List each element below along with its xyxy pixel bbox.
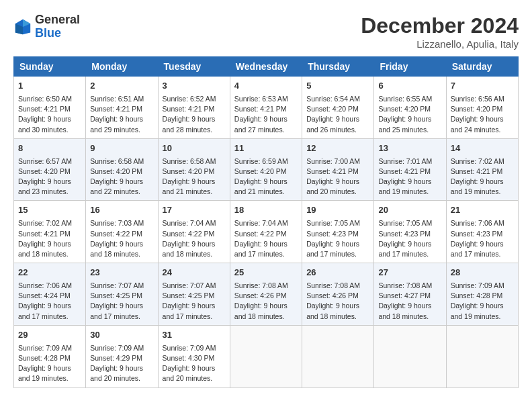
sunset-text: Sunset: 4:20 PM [163, 167, 215, 175]
sunset-text: Sunset: 4:21 PM [18, 230, 71, 238]
daylight-text: Daylight: 9 hours and 17 minutes. [163, 302, 216, 320]
sunrise-text: Sunrise: 7:08 AM [234, 281, 288, 289]
sunrise-text: Sunrise: 6:55 AM [378, 95, 432, 103]
page-header: General Blue December 2024 Lizzanello, A… [13, 13, 519, 50]
logo-text: General Blue [35, 13, 80, 40]
daylight-text: Daylight: 9 hours and 23 minutes. [18, 177, 71, 195]
table-row: 22Sunrise: 7:06 AMSunset: 4:24 PMDayligh… [14, 263, 86, 326]
day-number: 27 [378, 267, 441, 279]
sunrise-text: Sunrise: 7:09 AM [18, 344, 72, 352]
sunrise-text: Sunrise: 6:58 AM [163, 157, 216, 165]
daylight-text: Daylight: 9 hours and 29 minutes. [90, 115, 143, 133]
sunrise-text: Sunrise: 6:50 AM [18, 95, 72, 103]
sunrise-text: Sunrise: 7:06 AM [18, 281, 72, 289]
day-number: 25 [234, 267, 298, 279]
col-friday: Friday [374, 57, 446, 77]
day-number: 16 [90, 204, 153, 217]
col-thursday: Thursday [302, 57, 374, 77]
daylight-text: Daylight: 9 hours and 17 minutes. [306, 240, 359, 258]
day-number: 6 [378, 80, 441, 93]
sunset-text: Sunset: 4:21 PM [378, 167, 431, 175]
table-row: 16Sunrise: 7:03 AMSunset: 4:22 PMDayligh… [86, 201, 158, 263]
location-subtitle: Lizzanello, Apulia, Italy [361, 38, 519, 50]
day-number: 24 [163, 267, 226, 279]
sunrise-text: Sunrise: 7:02 AM [18, 219, 72, 227]
sunset-text: Sunset: 4:23 PM [451, 230, 503, 238]
day-number: 29 [18, 329, 81, 342]
day-number: 7 [451, 80, 514, 93]
table-row [446, 325, 518, 387]
day-number: 19 [306, 204, 369, 217]
table-row: 28Sunrise: 7:09 AMSunset: 4:28 PMDayligh… [446, 263, 518, 326]
daylight-text: Daylight: 9 hours and 22 minutes. [90, 177, 143, 195]
table-row [230, 325, 302, 387]
daylight-text: Daylight: 9 hours and 21 minutes. [163, 177, 216, 195]
sunrise-text: Sunrise: 6:57 AM [18, 157, 72, 165]
table-row: 5Sunrise: 6:54 AMSunset: 4:20 PMDaylight… [302, 77, 374, 139]
calendar-week-row: 8Sunrise: 6:57 AMSunset: 4:20 PMDaylight… [14, 138, 519, 201]
table-row: 2Sunrise: 6:51 AMSunset: 4:21 PMDaylight… [86, 77, 158, 139]
sunset-text: Sunset: 4:20 PM [18, 167, 71, 175]
calendar-week-row: 29Sunrise: 7:09 AMSunset: 4:28 PMDayligh… [14, 325, 519, 387]
day-number: 8 [18, 142, 81, 155]
sunrise-text: Sunrise: 7:07 AM [163, 281, 216, 289]
sunrise-text: Sunrise: 7:07 AM [90, 281, 144, 289]
table-row: 8Sunrise: 6:57 AMSunset: 4:20 PMDaylight… [14, 138, 86, 201]
logo-blue: Blue [35, 26, 61, 40]
table-row: 9Sunrise: 6:58 AMSunset: 4:20 PMDaylight… [86, 138, 158, 201]
table-row: 12Sunrise: 7:00 AMSunset: 4:21 PMDayligh… [302, 138, 374, 201]
sunrise-text: Sunrise: 7:08 AM [378, 281, 432, 289]
daylight-text: Daylight: 9 hours and 18 minutes. [18, 240, 71, 258]
day-number: 28 [451, 267, 514, 279]
table-row: 1Sunrise: 6:50 AMSunset: 4:21 PMDaylight… [14, 77, 86, 139]
day-number: 20 [378, 204, 441, 217]
sunset-text: Sunset: 4:28 PM [18, 354, 71, 362]
sunset-text: Sunset: 4:26 PM [306, 291, 359, 300]
sunrise-text: Sunrise: 6:54 AM [306, 95, 360, 103]
daylight-text: Daylight: 9 hours and 24 minutes. [451, 115, 504, 133]
daylight-text: Daylight: 9 hours and 17 minutes. [451, 240, 504, 258]
col-tuesday: Tuesday [158, 57, 230, 77]
col-saturday: Saturday [446, 57, 518, 77]
sunset-text: Sunset: 4:29 PM [90, 354, 142, 362]
daylight-text: Daylight: 9 hours and 18 minutes. [306, 302, 359, 320]
table-row: 14Sunrise: 7:02 AMSunset: 4:21 PMDayligh… [446, 138, 518, 201]
table-row: 29Sunrise: 7:09 AMSunset: 4:28 PMDayligh… [14, 325, 86, 387]
table-row: 31Sunrise: 7:09 AMSunset: 4:30 PMDayligh… [158, 325, 230, 387]
table-row: 21Sunrise: 7:06 AMSunset: 4:23 PMDayligh… [446, 201, 518, 263]
sunset-text: Sunset: 4:30 PM [163, 354, 215, 362]
sunrise-text: Sunrise: 6:53 AM [234, 95, 288, 103]
day-number: 18 [234, 204, 298, 217]
calendar-header-row: Sunday Monday Tuesday Wednesday Thursday… [14, 57, 519, 77]
sunrise-text: Sunrise: 7:03 AM [90, 219, 144, 227]
table-row: 10Sunrise: 6:58 AMSunset: 4:20 PMDayligh… [158, 138, 230, 201]
sunrise-text: Sunrise: 7:09 AM [90, 344, 144, 352]
daylight-text: Daylight: 9 hours and 18 minutes. [234, 302, 287, 320]
col-wednesday: Wednesday [230, 57, 302, 77]
day-number: 4 [234, 80, 298, 93]
sunrise-text: Sunrise: 7:06 AM [451, 219, 504, 227]
table-row: 26Sunrise: 7:08 AMSunset: 4:26 PMDayligh… [302, 263, 374, 326]
sunrise-text: Sunrise: 7:05 AM [306, 219, 360, 227]
logo-icon [13, 17, 32, 36]
sunset-text: Sunset: 4:24 PM [18, 291, 71, 300]
col-monday: Monday [86, 57, 158, 77]
day-number: 17 [163, 204, 226, 217]
sunrise-text: Sunrise: 6:58 AM [90, 157, 144, 165]
calendar-week-row: 15Sunrise: 7:02 AMSunset: 4:21 PMDayligh… [14, 201, 519, 263]
day-number: 21 [451, 204, 514, 217]
daylight-text: Daylight: 9 hours and 18 minutes. [163, 240, 216, 258]
sunset-text: Sunset: 4:20 PM [306, 105, 359, 113]
daylight-text: Daylight: 9 hours and 17 minutes. [18, 302, 71, 320]
sunset-text: Sunset: 4:23 PM [306, 230, 359, 238]
table-row [374, 325, 446, 387]
sunset-text: Sunset: 4:26 PM [234, 291, 287, 300]
table-row: 24Sunrise: 7:07 AMSunset: 4:25 PMDayligh… [158, 263, 230, 326]
sunrise-text: Sunrise: 6:59 AM [234, 157, 288, 165]
daylight-text: Daylight: 9 hours and 17 minutes. [234, 240, 287, 258]
table-row [302, 325, 374, 387]
daylight-text: Daylight: 9 hours and 20 minutes. [163, 364, 216, 382]
table-row: 19Sunrise: 7:05 AMSunset: 4:23 PMDayligh… [302, 201, 374, 263]
sunset-text: Sunset: 4:23 PM [378, 230, 431, 238]
day-number: 5 [306, 80, 369, 93]
